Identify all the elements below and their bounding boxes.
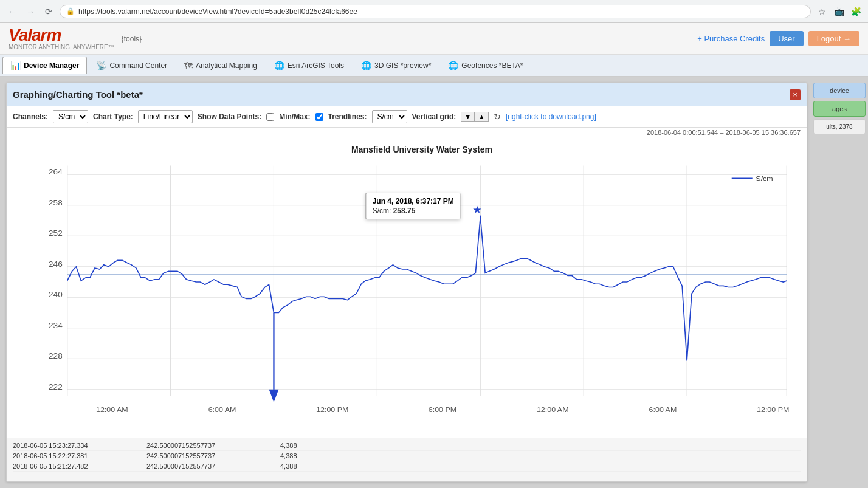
logo-area: Valarm MONITOR ANYTHING, ANYWHERE™ {tool…	[9, 27, 142, 50]
timestamp-cell: 2018-06-05 15:21:27.482	[13, 462, 122, 470]
svg-text:264: 264	[49, 168, 63, 176]
svg-text:★: ★	[472, 204, 482, 216]
svg-text:S/cm: S/cm	[756, 174, 773, 182]
close-panel-button[interactable]: ×	[790, 89, 801, 100]
channels-select[interactable]: S/cm	[53, 110, 88, 123]
geofences-icon: 🌐	[448, 61, 458, 70]
chart-panel: Graphing/Charting Tool *beta* × Channels…	[6, 83, 807, 482]
chart-type-label: Chart Type:	[93, 112, 133, 121]
timestamp-cell: 2018-06-05 15:22:27.381	[13, 452, 122, 459]
purchase-credits-label: + Purchase Credits	[697, 34, 765, 43]
right-sidebar: device ages ults, 2378	[813, 77, 868, 488]
logout-button[interactable]: Logout →	[808, 31, 859, 46]
nav-geofences-label: Geofences *BETA*	[461, 61, 523, 70]
vertical-grid-down-button[interactable]: ▼	[461, 112, 475, 122]
logo-text: Valarm	[9, 26, 61, 44]
value-cell: 242.500007152557737	[146, 452, 256, 459]
forward-button[interactable]: →	[23, 4, 38, 19]
esri-icon: 🌐	[274, 61, 284, 70]
nav-analytical-mapping-label: Analytical Mapping	[196, 61, 257, 70]
sidebar-results-panel[interactable]: ults, 2378	[813, 119, 866, 134]
browser-action-area: ☆ 📺 🧩	[815, 4, 863, 19]
address-bar[interactable]: 🔒 https://tools.valarm.net/account/devic…	[60, 5, 811, 18]
logo-tagline: MONITOR ANYTHING, ANYWHERE™	[9, 44, 114, 50]
refresh-chart-button[interactable]: ↻	[494, 112, 501, 122]
bookmark-button[interactable]: ☆	[815, 4, 829, 19]
back-button[interactable]: ←	[5, 4, 19, 19]
analytical-mapping-icon: 🗺	[184, 61, 193, 70]
count-cell: 4,388	[280, 462, 390, 470]
nav-3d-gis[interactable]: 🌐 3D GIS *preview*	[353, 57, 439, 74]
sidebar-pages-panel[interactable]: ages	[813, 101, 866, 117]
svg-text:12:00 PM: 12:00 PM	[316, 405, 348, 413]
svg-text:6:00 PM: 6:00 PM	[429, 405, 456, 413]
nav-command-center-label: Command Center	[109, 61, 167, 70]
nav-esri-arcgis[interactable]: 🌐 Esri ArcGIS Tools	[266, 57, 352, 74]
chart-panel-title: Graphing/Charting Tool *beta*	[13, 89, 143, 100]
channels-label: Channels:	[13, 112, 48, 121]
vertical-grid-up-button[interactable]: ▲	[475, 112, 489, 122]
value-cell: 242.500007152557737	[146, 442, 256, 449]
min-max-label: Min/Max:	[279, 112, 310, 121]
svg-marker-25	[269, 390, 279, 402]
reload-button[interactable]: ⟳	[41, 4, 56, 19]
trendlines-select[interactable]: S/cm	[372, 110, 407, 123]
svg-text:12:00 AM: 12:00 AM	[537, 405, 569, 413]
nav-command-center[interactable]: 📡 Command Center	[88, 57, 175, 74]
cast-button[interactable]: 📺	[832, 4, 846, 19]
browser-chrome: ← → ⟳ 🔒 https://tools.valarm.net/account…	[0, 0, 868, 23]
url-text: https://tools.valarm.net/account/deviceV…	[78, 7, 804, 16]
nav-device-manager[interactable]: 📊 Device Manager	[2, 57, 87, 74]
data-table-area: 2018-06-05 15:23:27.334 242.500007152557…	[7, 438, 807, 481]
header-actions: + Purchase Credits User Logout →	[697, 31, 859, 46]
show-data-points-checkbox[interactable]	[266, 113, 274, 121]
date-range: 2018-06-04 0:00:51.544 – 2018-06-05 15:3…	[7, 128, 807, 139]
command-center-icon: 📡	[96, 61, 106, 70]
chart-toolbar: Channels: S/cm Chart Type: Line/Linear S…	[7, 106, 807, 128]
chart-panel-header: Graphing/Charting Tool *beta* ×	[7, 83, 807, 106]
user-button-label: User	[778, 34, 794, 43]
svg-text:6:00 AM: 6:00 AM	[649, 405, 677, 413]
chart-svg[interactable]: 264 258 252 246 240 234 228 222	[43, 159, 801, 428]
svg-text:246: 246	[49, 259, 63, 268]
svg-text:234: 234	[49, 321, 63, 329]
device-manager-icon: 📊	[10, 61, 21, 70]
chart-graph-title: Mansfield University Water System	[43, 145, 801, 154]
table-row: 2018-06-05 15:21:27.482 242.500007152557…	[13, 461, 801, 472]
value-cell: 242.500007152557737	[146, 462, 256, 470]
logo: Valarm MONITOR ANYTHING, ANYWHERE™	[9, 27, 114, 50]
user-button[interactable]: User	[770, 31, 803, 46]
chart-area: Mansfield University Water System 264 25…	[7, 139, 807, 438]
sidebar-device-panel[interactable]: device	[813, 83, 866, 98]
extensions-button[interactable]: 🧩	[849, 4, 863, 19]
nav-geofences[interactable]: 🌐 Geofences *BETA*	[440, 57, 531, 74]
purchase-credits-button[interactable]: + Purchase Credits	[697, 34, 765, 43]
3d-gis-icon: 🌐	[361, 61, 371, 70]
show-data-points-label: Show Data Points:	[198, 112, 261, 121]
secure-icon: 🔒	[66, 7, 75, 15]
nav-analytical-mapping[interactable]: 🗺 Analytical Mapping	[176, 57, 265, 74]
svg-text:12:00 AM: 12:00 AM	[96, 405, 128, 413]
trendlines-label: Trendlines:	[328, 112, 367, 121]
svg-text:222: 222	[49, 382, 63, 391]
vertical-grid-controls: ▼ ▲	[461, 112, 489, 122]
nav-bar: 📊 Device Manager 📡 Command Center 🗺 Anal…	[0, 55, 868, 77]
svg-text:6:00 AM: 6:00 AM	[208, 405, 236, 413]
main-content: Graphing/Charting Tool *beta* × Channels…	[0, 77, 868, 488]
sidebar-results-label: ults, 2378	[826, 123, 852, 130]
sidebar-pages-label: ages	[832, 105, 847, 112]
svg-text:240: 240	[49, 290, 63, 299]
chart-type-select[interactable]: Line/Linear	[138, 110, 193, 123]
svg-text:258: 258	[49, 198, 63, 207]
tools-label: {tools}	[122, 35, 142, 43]
svg-text:252: 252	[49, 229, 63, 238]
table-row: 2018-06-05 15:23:27.334 242.500007152557…	[13, 441, 801, 451]
count-cell: 4,388	[280, 442, 390, 449]
svg-text:228: 228	[49, 352, 63, 360]
count-cell: 4,388	[280, 452, 390, 459]
min-max-checkbox[interactable]	[315, 113, 323, 121]
svg-text:12:00 PM: 12:00 PM	[757, 405, 789, 413]
timestamp-cell: 2018-06-05 15:23:27.334	[13, 442, 122, 449]
nav-esri-label: Esri ArcGIS Tools	[288, 61, 344, 70]
download-png-link[interactable]: [right-click to download.png]	[506, 112, 596, 121]
